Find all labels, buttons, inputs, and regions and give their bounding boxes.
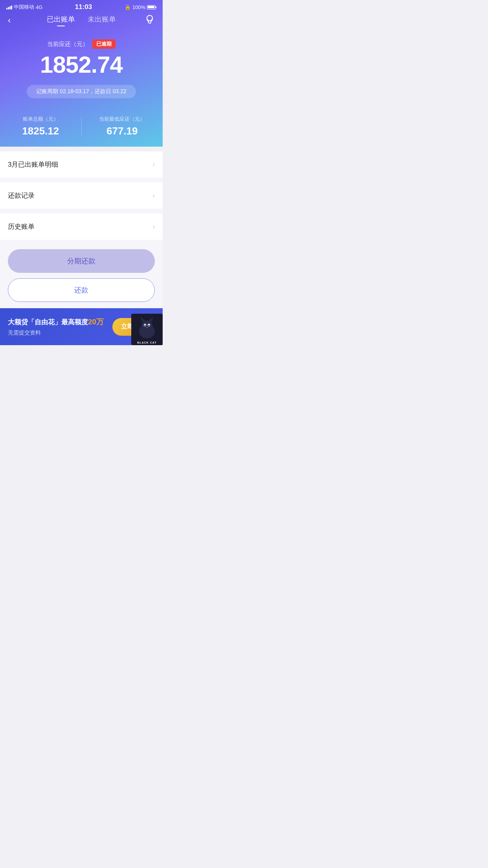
menu-item-history[interactable]: 历史账单 › — [0, 213, 163, 240]
network-label: 4G — [36, 4, 42, 10]
amount-label-row: 当前应还（元） 已逾期 — [8, 39, 155, 49]
total-bill-value: 1825.12 — [0, 125, 81, 137]
battery-icon — [147, 5, 156, 9]
black-cat-text: BLACK CAT — [137, 341, 156, 344]
content-area: 3月已出账单明细 › 还款记录 › 历史账单 › 分期还款 还款 大额贷「自由花… — [0, 151, 163, 345]
menu-label-repay-record: 还款记录 — [8, 191, 35, 200]
svg-point-9 — [149, 325, 150, 326]
black-cat-watermark: BLACK CAT — [131, 314, 163, 345]
lock-icon: 🔒 — [125, 4, 131, 10]
banner-highlight: 20万 — [88, 318, 104, 326]
amount-section: 当前应还（元） 已逾期 1852.74 记账周期 02.18-03.17，还款日… — [0, 31, 163, 109]
menu-label-march: 3月已出账单明细 — [8, 160, 58, 169]
banner-subtitle: 无需提交资料 — [8, 329, 112, 337]
nav-tabs: 已出账单 未出账单 — [47, 15, 116, 26]
main-amount: 1852.74 — [8, 52, 155, 78]
promo-banner: 大额贷「自由花」最高额度20万 无需提交资料 立即评测 — [0, 308, 163, 345]
installment-button[interactable]: 分期还款 — [8, 249, 155, 273]
svg-point-3 — [141, 320, 152, 331]
status-left: 中国移动 4G — [6, 4, 42, 11]
service-icon[interactable] — [141, 14, 155, 27]
billing-period: 记账周期 02.18-03.17，还款日 03.22 — [27, 85, 136, 98]
banner-title-prefix: 大额贷「自由花」最高额度 — [8, 318, 88, 326]
menu-label-history: 历史账单 — [8, 222, 35, 231]
buttons-section: 分期还款 还款 — [0, 245, 163, 308]
tab-billed[interactable]: 已出账单 — [47, 15, 75, 26]
chevron-right-icon: › — [152, 191, 155, 200]
total-bill-item: 账单总额（元） 1825.12 — [0, 116, 81, 137]
back-button[interactable]: ‹ — [8, 15, 22, 26]
nav-bar: ‹ 已出账单 未出账单 — [0, 13, 163, 31]
svg-point-0 — [147, 15, 152, 21]
signal-icon — [6, 5, 12, 9]
overdue-badge: 已逾期 — [92, 39, 116, 49]
menu-item-repay-record[interactable]: 还款记录 › — [0, 182, 163, 209]
summary-row: 账单总额（元） 1825.12 当前最低应还（元） 677.19 — [0, 109, 163, 147]
battery-label: 100% — [132, 4, 145, 10]
min-pay-value: 677.19 — [82, 125, 163, 137]
status-right: 🔒 100% — [125, 4, 156, 10]
chevron-right-icon: › — [152, 160, 155, 169]
chevron-right-icon: › — [152, 223, 155, 231]
menu-item-march-detail[interactable]: 3月已出账单明细 › — [0, 151, 163, 178]
time-label: 11:03 — [75, 3, 92, 11]
min-pay-item: 当前最低应还（元） 677.19 — [82, 116, 163, 137]
status-bar: 中国移动 4G 11:03 🔒 100% — [0, 0, 163, 13]
total-bill-label: 账单总额（元） — [0, 116, 81, 123]
tab-unbilled[interactable]: 未出账单 — [88, 15, 116, 26]
banner-title: 大额贷「自由花」最高额度20万 — [8, 317, 112, 327]
amount-label: 当前应还（元） — [47, 40, 88, 48]
svg-point-8 — [145, 325, 146, 326]
repay-button[interactable]: 还款 — [8, 278, 155, 302]
min-pay-label: 当前最低应还（元） — [82, 116, 163, 123]
black-cat-svg — [131, 314, 163, 345]
banner-text: 大额贷「自由花」最高额度20万 无需提交资料 — [8, 317, 112, 337]
carrier-label: 中国移动 — [14, 4, 34, 11]
